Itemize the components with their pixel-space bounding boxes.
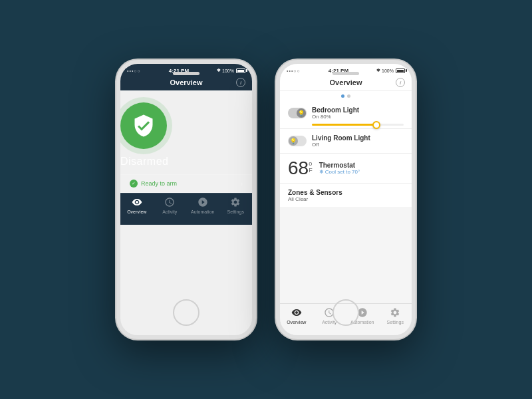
nav-label-automation: Automation bbox=[191, 209, 214, 214]
activity-icon bbox=[164, 196, 176, 208]
device-living-row: 💡 Living Room Light Off bbox=[288, 134, 404, 148]
info-icon-home[interactable]: i bbox=[396, 78, 405, 87]
settings-icon-home bbox=[389, 307, 401, 319]
zones-status: All Clear bbox=[288, 196, 404, 202]
app-body-home: 💡 Bedroom Light On 80% bbox=[280, 91, 412, 303]
bottom-nav-home: Overview Activity Automation Settings bbox=[280, 303, 412, 335]
app-body: Disarmed ✓ Ready to arm › Living Room 8:… bbox=[120, 90, 252, 193]
dot-1 bbox=[341, 94, 344, 98]
nav-item-activity[interactable]: Activity bbox=[154, 196, 187, 214]
shield-container bbox=[120, 102, 167, 149]
status-dots: •••○○ bbox=[127, 68, 141, 73]
device-list: 💡 Bedroom Light On 80% bbox=[280, 101, 412, 303]
dot-2 bbox=[347, 94, 350, 98]
status-right: ✱ 100% bbox=[217, 68, 245, 73]
status-time-home: 4:21 PM bbox=[329, 68, 348, 74]
thermo-status-text: Cool set to 70° bbox=[325, 169, 360, 175]
nav-label-settings-home: Settings bbox=[387, 320, 404, 325]
disarmed-text: Disarmed bbox=[120, 156, 252, 168]
status-time: 4:21 PM bbox=[169, 68, 189, 74]
thermostat-row: 68 o F Thermostat ❄ Cool set to 70° bbox=[288, 159, 404, 178]
bedroom-info: Bedroom Light On 80% bbox=[312, 106, 404, 120]
thermo-name: Thermostat bbox=[319, 162, 404, 169]
bedroom-name: Bedroom Light bbox=[312, 106, 404, 114]
temp-degree: o bbox=[309, 161, 313, 167]
nav-item-overview[interactable]: Overview bbox=[120, 196, 154, 214]
living-info: Living Room Light Off bbox=[312, 134, 404, 148]
automation-icon bbox=[197, 196, 209, 208]
bulb-icon-living: 💡 bbox=[290, 138, 297, 144]
bulb-icon-bedroom: 💡 bbox=[298, 110, 305, 116]
nav-item-automation[interactable]: Automation bbox=[186, 196, 219, 214]
nav-label-automation-home: Automation bbox=[350, 320, 374, 325]
automation-icon-home bbox=[356, 307, 368, 319]
info-icon[interactable]: i bbox=[236, 78, 245, 87]
bedroom-status: On 80% bbox=[312, 114, 404, 120]
device-zones: Zones & Sensors All Clear bbox=[280, 184, 412, 208]
status-dots-home: •••○○ bbox=[287, 68, 301, 73]
brightness-fill bbox=[312, 124, 376, 126]
device-bedroom: 💡 Bedroom Light On 80% bbox=[280, 101, 412, 129]
ready-bar[interactable]: ✓ Ready to arm › bbox=[120, 174, 252, 193]
ready-label: Ready to arm bbox=[141, 180, 177, 187]
phone-home: •••○○ 4:21 PM ✱ 100% Overview i 💡 bbox=[276, 60, 416, 339]
battery-label: 100% bbox=[222, 68, 234, 73]
nav-label-overview-home: Overview bbox=[287, 320, 306, 325]
chevron-right-icon: › bbox=[241, 180, 243, 188]
battery-icon-home bbox=[396, 68, 405, 73]
bluetooth-icon-home: ✱ bbox=[376, 68, 380, 73]
status-bar-home: •••○○ 4:21 PM ✱ 100% bbox=[280, 64, 412, 76]
status-bar: •••○○ 4:21 PM ✱ 100% bbox=[120, 64, 252, 76]
page-dots bbox=[280, 91, 412, 101]
nav-item-automation-home[interactable]: Automation bbox=[346, 307, 379, 325]
temp-unit: F bbox=[309, 167, 313, 174]
device-bedroom-row: 💡 Bedroom Light On 80% bbox=[288, 106, 404, 120]
app-header: Overview i bbox=[120, 76, 252, 90]
nav-item-settings[interactable]: Settings bbox=[219, 196, 253, 214]
living-name: Living Room Light bbox=[312, 134, 404, 142]
bluetooth-icon: ✱ bbox=[217, 68, 221, 73]
living-toggle-knob: 💡 bbox=[289, 136, 298, 146]
nav-label-activity-home: Activity bbox=[322, 320, 336, 325]
nav-label-overview: Overview bbox=[127, 209, 146, 214]
temp-number: 68 bbox=[288, 159, 309, 178]
zones-name: Zones & Sensors bbox=[288, 189, 404, 196]
bottom-nav: Overview Activity Automation Settings bbox=[120, 193, 252, 225]
battery-icon bbox=[236, 68, 245, 73]
nav-label-activity: Activity bbox=[162, 209, 177, 214]
living-status: Off bbox=[312, 142, 404, 148]
nav-item-overview-home[interactable]: Overview bbox=[280, 307, 313, 325]
overview-icon-home bbox=[291, 307, 303, 319]
living-toggle[interactable]: 💡 bbox=[288, 136, 307, 146]
thermo-status: ❄ Cool set to 70° bbox=[319, 169, 404, 175]
temp-units: o F bbox=[309, 161, 313, 174]
device-living-room: 💡 Living Room Light Off bbox=[280, 129, 412, 154]
header-title-home: Overview bbox=[330, 78, 362, 86]
device-thermostat: 68 o F Thermostat ❄ Cool set to 70° bbox=[280, 154, 412, 184]
snowflake-icon: ❄ bbox=[319, 169, 324, 175]
app-header-home: Overview i bbox=[280, 76, 412, 91]
ready-content: ✓ Ready to arm bbox=[130, 180, 177, 188]
settings-icon bbox=[229, 196, 241, 208]
overview-icon bbox=[131, 196, 143, 208]
header-title: Overview bbox=[170, 78, 203, 86]
nav-item-settings-home[interactable]: Settings bbox=[379, 307, 412, 325]
bedroom-toggle-knob: 💡 bbox=[297, 108, 306, 118]
battery-label-home: 100% bbox=[382, 68, 394, 73]
bedroom-brightness-slider[interactable] bbox=[312, 124, 404, 126]
shield-icon bbox=[132, 114, 156, 138]
nav-label-settings: Settings bbox=[227, 209, 244, 214]
nav-item-activity-home[interactable]: Activity bbox=[313, 307, 346, 325]
temp-display: 68 o F bbox=[288, 159, 313, 178]
check-icon: ✓ bbox=[130, 180, 138, 188]
status-right-home: ✱ 100% bbox=[376, 68, 405, 73]
thermo-info: Thermostat ❄ Cool set to 70° bbox=[319, 162, 404, 175]
activity-icon-home bbox=[323, 307, 335, 319]
bedroom-toggle[interactable]: 💡 bbox=[288, 108, 307, 118]
phone-security: •••○○ 4:21 PM ✱ 100% Overview i Disarmed… bbox=[116, 60, 256, 339]
brightness-knob bbox=[372, 121, 380, 129]
